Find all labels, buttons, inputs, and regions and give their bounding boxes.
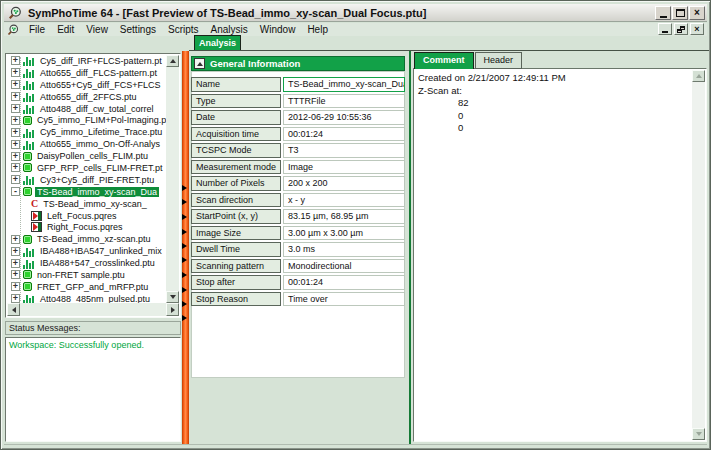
tree-vertical-scrollbar[interactable] bbox=[166, 55, 179, 303]
scroll-up-button[interactable] bbox=[692, 70, 705, 82]
tree-item-label[interactable]: TS-Bead_immo_xy-scan_ bbox=[41, 199, 149, 209]
expand-expander-icon[interactable]: + bbox=[11, 68, 20, 77]
scroll-down-button[interactable] bbox=[166, 291, 179, 303]
tree-item[interactable]: +IBA488+IBA547_unlinked_mix bbox=[7, 245, 166, 257]
tab-header[interactable]: Header bbox=[475, 52, 523, 69]
table-row-value[interactable]: 2012-06-29 10:55:36 bbox=[283, 110, 405, 125]
scroll-up-button[interactable] bbox=[166, 55, 179, 67]
tree-item-label[interactable]: Cy5_immo_Lifetime_Trace.ptu bbox=[38, 127, 164, 137]
collapse-button[interactable] bbox=[194, 58, 205, 69]
expand-expander-icon[interactable]: + bbox=[11, 270, 20, 279]
tree-item-label[interactable]: TS-Bead_immo_xz-scan.ptu bbox=[35, 234, 153, 244]
tree-item[interactable]: +Atto655+Cy5_diff_FCS+FLCS bbox=[7, 79, 166, 91]
tree-item-label[interactable]: Atto655_immo_On-Off-Analys bbox=[38, 139, 162, 149]
expand-expander-icon[interactable]: + bbox=[11, 116, 20, 125]
menu-view[interactable]: View bbox=[80, 23, 114, 36]
expand-expander-icon[interactable]: + bbox=[11, 294, 20, 303]
tree-item[interactable]: +GFP_RFP_cells_FLIM-FRET.pt bbox=[7, 162, 166, 174]
tree-item[interactable]: +Atto488_485nm_pulsed.ptu bbox=[7, 293, 166, 303]
tab-analysis[interactable]: Analysis bbox=[194, 35, 241, 51]
tree-item[interactable]: +Atto488_diff_cw_total_correl bbox=[7, 103, 166, 115]
tree-item-label[interactable]: IBA488+IBA547_unlinked_mix bbox=[38, 246, 164, 256]
expand-expander-icon[interactable]: + bbox=[11, 140, 20, 149]
mdi-close-button[interactable]: × bbox=[690, 23, 704, 35]
menu-edit[interactable]: Edit bbox=[51, 23, 80, 36]
mdi-restore-button[interactable] bbox=[674, 23, 688, 35]
expand-expander-icon[interactable]: + bbox=[11, 104, 20, 113]
tree-item-label[interactable]: non-FRET sample.ptu bbox=[35, 270, 127, 280]
tree-item[interactable]: -TS-Bead_immo_xy-scan_Dua bbox=[7, 186, 166, 198]
tree-item[interactable]: +DaisyPollen_cells_FLIM.ptu bbox=[7, 150, 166, 162]
expand-expander-icon[interactable]: + bbox=[11, 247, 20, 256]
tree-horizontal-scrollbar[interactable] bbox=[7, 303, 179, 316]
table-row-value[interactable]: x - y bbox=[283, 193, 405, 208]
table-row-value[interactable]: 00:01:24 bbox=[283, 275, 405, 290]
tree-item[interactable]: +Cy5_diff_IRF+FLCS-pattern.pt bbox=[7, 55, 166, 67]
tree-item[interactable]: +Cy3+Cy5_diff_PIE-FRET.ptu bbox=[7, 174, 166, 186]
table-row-value[interactable]: TTTRFile bbox=[283, 94, 405, 109]
comment-text-area[interactable]: Created on 2/21/2007 12:49:11 PMZ-Scan a… bbox=[413, 68, 707, 442]
expand-expander-icon[interactable]: + bbox=[11, 163, 20, 172]
table-row-value[interactable]: Image bbox=[283, 160, 405, 175]
tree-item-label[interactable]: Right_Focus.pqres bbox=[45, 222, 125, 232]
menu-file[interactable]: File bbox=[23, 23, 51, 36]
expand-expander-icon[interactable]: + bbox=[11, 152, 20, 161]
tree-item-label[interactable]: Cy3+Cy5_diff_PIE-FRET.ptu bbox=[38, 175, 156, 185]
scroll-right-button[interactable] bbox=[166, 303, 179, 316]
tree-item-label[interactable]: Atto488_diff_cw_total_correl bbox=[38, 104, 155, 114]
table-row-value[interactable]: Time over bbox=[283, 292, 405, 307]
close-button[interactable]: × bbox=[689, 6, 705, 20]
tree-item[interactable]: +non-FRET sample.ptu bbox=[7, 269, 166, 281]
tree-item[interactable]: +IBA488+547_crosslinked.ptu bbox=[7, 257, 166, 269]
expand-expander-icon[interactable]: + bbox=[11, 56, 20, 65]
document-system-icon[interactable] bbox=[7, 24, 19, 36]
table-row-value[interactable]: T3 bbox=[283, 143, 405, 158]
menu-help[interactable]: Help bbox=[301, 23, 334, 36]
table-row-value[interactable]: 3.0 ms bbox=[283, 242, 405, 257]
tree-item[interactable]: +Cy5_immo_Lifetime_Trace.ptu bbox=[7, 126, 166, 138]
tree-item-label[interactable]: Cy5_diff_IRF+FLCS-pattern.pt bbox=[38, 56, 164, 66]
tab-comment[interactable]: Comment bbox=[414, 52, 474, 69]
tree-item-label[interactable]: Atto488_485nm_pulsed.ptu bbox=[38, 294, 152, 303]
tree-item-label[interactable]: FRET_GFP_and_mRFP.ptu bbox=[35, 282, 150, 292]
tree-item-label[interactable]: Atto655_diff_2FFCS.ptu bbox=[38, 92, 138, 102]
comment-vertical-scrollbar[interactable] bbox=[692, 70, 705, 440]
tree-item[interactable]: Right_Focus.pqres bbox=[7, 221, 166, 233]
tree-item[interactable]: +Cy5_immo_FLIM+Pol-Imaging.p bbox=[7, 114, 166, 126]
menu-window[interactable]: Window bbox=[254, 23, 302, 36]
tree-item-label[interactable]: Atto655+Cy5_diff_FCS+FLCS bbox=[38, 80, 162, 90]
table-row-value[interactable]: Monodirectional bbox=[283, 259, 405, 274]
table-row-value[interactable]: 83.15 µm, 68.95 µm bbox=[283, 209, 405, 224]
tree-item[interactable]: Left_Focus.pqres bbox=[7, 210, 166, 222]
tree-item-label[interactable]: DaisyPollen_cells_FLIM.ptu bbox=[35, 151, 150, 161]
table-row-value[interactable]: 3.00 µm x 3.00 µm bbox=[283, 226, 405, 241]
tree-item[interactable]: CTS-Bead_immo_xy-scan_ bbox=[7, 198, 166, 210]
tree-item-label[interactable]: Left_Focus.pqres bbox=[45, 211, 119, 221]
expand-expander-icon[interactable]: + bbox=[11, 259, 20, 268]
tree-item-label[interactable]: Cy5_immo_FLIM+Pol-Imaging.p bbox=[35, 115, 166, 125]
expand-expander-icon[interactable]: + bbox=[11, 92, 20, 101]
collapse-expander-icon[interactable]: - bbox=[11, 187, 20, 196]
tree-item-label[interactable]: GFP_RFP_cells_FLIM-FRET.pt bbox=[35, 163, 165, 173]
expand-expander-icon[interactable]: + bbox=[11, 128, 20, 137]
expand-expander-icon[interactable]: + bbox=[11, 80, 20, 89]
tree-item-label[interactable]: IBA488+547_crosslinked.ptu bbox=[38, 258, 157, 268]
tree-item[interactable]: +Atto655_diff_2FFCS.ptu bbox=[7, 91, 166, 103]
tree-item-label[interactable]: Atto655_diff_FLCS-pattern.pt bbox=[38, 68, 159, 78]
scroll-left-button[interactable] bbox=[7, 303, 20, 316]
tree-item[interactable]: +FRET_GFP_and_mRFP.ptu bbox=[7, 281, 166, 293]
menu-settings[interactable]: Settings bbox=[114, 23, 162, 36]
table-row-value[interactable]: 200 x 200 bbox=[283, 176, 405, 191]
table-row-value[interactable]: 00:01:24 bbox=[283, 127, 405, 142]
panel-splitter[interactable] bbox=[182, 51, 189, 444]
mdi-minimize-button[interactable] bbox=[658, 23, 672, 35]
tree-item[interactable]: +Atto655_diff_FLCS-pattern.pt bbox=[7, 67, 166, 79]
tree-item[interactable]: +Atto655_immo_On-Off-Analys bbox=[7, 138, 166, 150]
tree-item[interactable]: +TS-Bead_immo_xz-scan.ptu bbox=[7, 233, 166, 245]
expand-expander-icon[interactable]: + bbox=[11, 235, 20, 244]
maximize-button[interactable] bbox=[672, 6, 688, 20]
tree-item-label[interactable]: TS-Bead_immo_xy-scan_Dua bbox=[35, 187, 159, 197]
table-row-value[interactable]: TS-Bead_immo_xy-scan_Dual bbox=[283, 77, 405, 92]
expand-expander-icon[interactable]: + bbox=[11, 282, 20, 291]
expand-expander-icon[interactable]: + bbox=[11, 175, 20, 184]
